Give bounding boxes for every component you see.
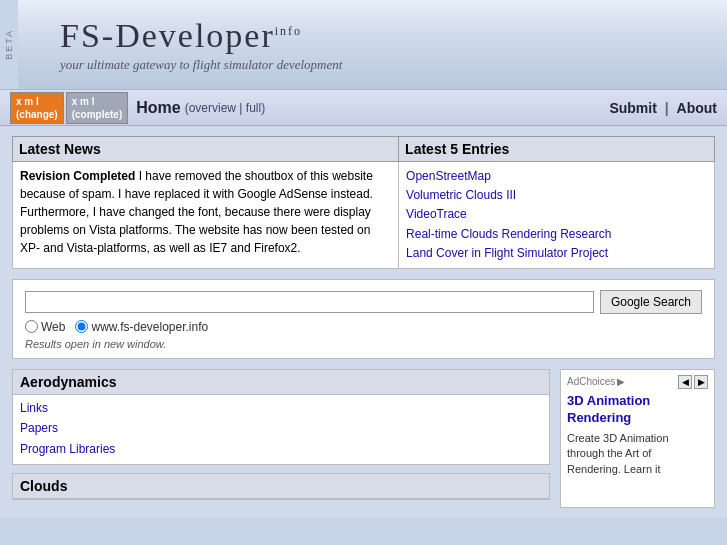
site-subtitle: your ultimate gateway to flight simulato… — [60, 57, 342, 73]
news-table: Latest News Latest 5 Entries Revision Co… — [12, 136, 715, 269]
main-content: Latest News Latest 5 Entries Revision Co… — [0, 126, 727, 518]
nav-right: Submit | About — [609, 100, 717, 116]
about-link[interactable]: About — [677, 100, 717, 116]
side-tab-text: BETA — [4, 29, 14, 60]
news-title: Revision Completed — [20, 169, 135, 183]
search-radio-row: Web www.fs-developer.info — [25, 320, 702, 334]
search-input[interactable] — [25, 291, 594, 313]
header-text: FS-Developerinfo your ultimate gateway t… — [60, 17, 342, 73]
entry-item[interactable]: Real-time Clouds Rendering Research — [406, 225, 707, 244]
search-button[interactable]: Google Search — [600, 290, 702, 314]
search-container: Google Search Web www.fs-developer.info … — [12, 279, 715, 359]
radio-site[interactable]: www.fs-developer.info — [75, 320, 208, 334]
xml-tab-change[interactable]: x m l (change) — [10, 92, 64, 124]
ad-choices: AdChoices ▶ — [567, 376, 625, 387]
xml-tabs: x m l (change) x m l (complete) — [10, 92, 128, 124]
navbar: x m l (change) x m l (complete) Home (ov… — [0, 90, 727, 126]
left-panels: AerodynamicsLinksPapersProgram Libraries… — [12, 369, 550, 508]
category-link[interactable]: Program Libraries — [20, 439, 542, 459]
category-link[interactable]: Links — [20, 398, 542, 418]
site-header: BETA FS-Developerinfo your ultimate gate… — [0, 0, 727, 90]
ad-prev-button[interactable]: ◀ — [678, 375, 692, 389]
submit-link[interactable]: Submit — [609, 100, 656, 116]
site-title: FS-Developerinfo — [60, 17, 342, 55]
entries-content: OpenStreetMapVolumetric Clouds IIIVideoT… — [399, 162, 715, 269]
entry-item[interactable]: OpenStreetMap — [406, 167, 707, 186]
entry-item[interactable]: Volumetric Clouds III — [406, 186, 707, 205]
radio-site-input[interactable] — [75, 320, 88, 333]
ad-body: Create 3D Animation through the Art of R… — [567, 431, 708, 477]
side-tab: BETA — [0, 0, 18, 89]
ad-next-button[interactable]: ▶ — [694, 375, 708, 389]
category-links: LinksPapersProgram Libraries — [13, 395, 549, 464]
news-content: Revision Completed I have removed the sh… — [13, 162, 399, 269]
entry-item[interactable]: VideoTrace — [406, 205, 707, 224]
category-panel: Clouds — [12, 473, 550, 500]
category-link[interactable]: Papers — [20, 418, 542, 438]
bottom-section: AerodynamicsLinksPapersProgram Libraries… — [12, 369, 715, 508]
nav-home[interactable]: Home — [136, 99, 180, 117]
xml-tab-complete[interactable]: x m l (complete) — [66, 92, 129, 124]
radio-web[interactable]: Web — [25, 320, 65, 334]
category-header: Aerodynamics — [13, 370, 549, 395]
ad-header: AdChoices ▶ ◀ ▶ — [567, 375, 708, 389]
title-main: FS-Developer — [60, 17, 275, 54]
ad-title[interactable]: 3D Animation Rendering — [567, 393, 708, 427]
ad-panel: AdChoices ▶ ◀ ▶ 3D Animation Rendering C… — [560, 369, 715, 508]
title-suffix: info — [275, 23, 302, 37]
ad-nav: ◀ ▶ — [678, 375, 708, 389]
entries-header: Latest 5 Entries — [399, 137, 715, 162]
entries-list: OpenStreetMapVolumetric Clouds IIIVideoT… — [406, 167, 707, 263]
radio-site-label: www.fs-developer.info — [91, 320, 208, 334]
nav-overview-links[interactable]: (overview | full) — [185, 101, 265, 115]
search-row: Google Search — [25, 290, 702, 314]
nav-divider: | — [665, 100, 673, 116]
search-note: Results open in new window. — [25, 338, 702, 350]
category-panel: AerodynamicsLinksPapersProgram Libraries — [12, 369, 550, 465]
ad-choices-icon: ▶ — [617, 376, 625, 387]
category-header: Clouds — [13, 474, 549, 499]
ad-choices-label: AdChoices — [567, 376, 615, 387]
radio-web-input[interactable] — [25, 320, 38, 333]
radio-web-label: Web — [41, 320, 65, 334]
entry-item[interactable]: Land Cover in Flight Simulator Project — [406, 244, 707, 263]
news-header: Latest News — [13, 137, 399, 162]
